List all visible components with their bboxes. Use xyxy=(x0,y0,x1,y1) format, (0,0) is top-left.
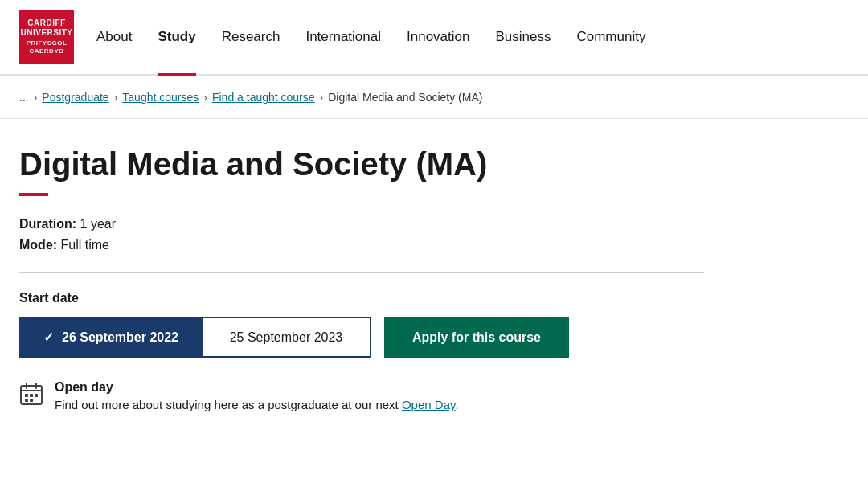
breadcrumb-postgraduate[interactable]: Postgraduate xyxy=(42,91,108,104)
title-underline xyxy=(19,193,48,196)
breadcrumb-sep-3: › xyxy=(320,91,324,104)
open-day-content: Open day Find out more about studying he… xyxy=(55,380,459,411)
svg-rect-7 xyxy=(25,399,28,402)
navbar: CARDIFFUNIVERSITY PRIFYSGOLCAERDYÐ About… xyxy=(0,0,868,76)
open-day-desc-text: Find out more about studying here as a p… xyxy=(55,398,399,411)
course-mode: Mode: Full time xyxy=(19,235,704,256)
checkmark-icon: ✓ xyxy=(43,330,54,345)
open-day-desc: Find out more about studying here as a p… xyxy=(55,398,459,411)
open-day-link[interactable]: Open Day xyxy=(402,398,455,411)
breadcrumb: ... › Postgraduate › Taught courses › Fi… xyxy=(0,76,868,119)
apply-button[interactable]: Apply for this course xyxy=(384,317,569,358)
date-option-2-button[interactable]: 25 September 2023 xyxy=(203,317,371,358)
nav-item-international[interactable]: International xyxy=(305,0,381,74)
breadcrumb-sep-1: › xyxy=(114,91,118,104)
nav-menu: About Study Research International Innov… xyxy=(96,0,645,74)
nav-item-research[interactable]: Research xyxy=(222,0,280,74)
svg-rect-6 xyxy=(35,394,38,397)
date-option-1-button[interactable]: ✓ 26 September 2022 xyxy=(19,317,203,358)
breadcrumb-sep-0: › xyxy=(34,91,38,104)
duration-label: Duration: xyxy=(19,217,76,231)
main-content: Digital Media and Society (MA) Duration:… xyxy=(0,119,723,444)
course-meta: Duration: 1 year Mode: Full time xyxy=(19,214,704,255)
open-day-end: . xyxy=(455,398,458,411)
svg-rect-4 xyxy=(25,394,28,397)
logo-cy-text: PRIFYSGOLCAERDYÐ xyxy=(27,39,68,55)
nav-item-community[interactable]: Community xyxy=(576,0,645,74)
date-option-1-label: 26 September 2022 xyxy=(62,330,178,345)
section-divider xyxy=(19,272,704,273)
start-date-label: Start date xyxy=(19,291,704,305)
svg-rect-5 xyxy=(30,394,33,397)
nav-item-about[interactable]: About xyxy=(96,0,132,74)
duration-value-text: 1 year xyxy=(80,217,116,231)
breadcrumb-find-course[interactable]: Find a taught course xyxy=(212,91,315,104)
breadcrumb-sep-2: › xyxy=(203,91,207,104)
nav-item-business[interactable]: Business xyxy=(495,0,551,74)
calendar-icon xyxy=(19,382,43,411)
nav-item-study[interactable]: Study xyxy=(158,0,195,74)
course-duration: Duration: 1 year xyxy=(19,214,704,235)
svg-rect-8 xyxy=(30,399,33,402)
course-title: Digital Media and Society (MA) xyxy=(19,145,704,183)
logo-en-text: CARDIFFUNIVERSITY xyxy=(20,18,72,38)
mode-value: Full time xyxy=(61,238,109,252)
date-option-2-label: 25 September 2023 xyxy=(230,330,343,344)
breadcrumb-current: Digital Media and Society (MA) xyxy=(328,91,482,104)
university-logo[interactable]: CARDIFFUNIVERSITY PRIFYSGOLCAERDYÐ xyxy=(19,10,74,64)
breadcrumb-taught-courses[interactable]: Taught courses xyxy=(122,91,199,104)
mode-label: Mode: xyxy=(19,238,57,252)
breadcrumb-ellipsis[interactable]: ... xyxy=(19,91,29,104)
date-buttons-group: ✓ 26 September 2022 25 September 2023 Ap… xyxy=(19,317,704,358)
open-day-title: Open day xyxy=(55,380,459,395)
open-day-section: Open day Find out more about studying he… xyxy=(19,380,704,411)
nav-item-innovation[interactable]: Innovation xyxy=(407,0,469,74)
